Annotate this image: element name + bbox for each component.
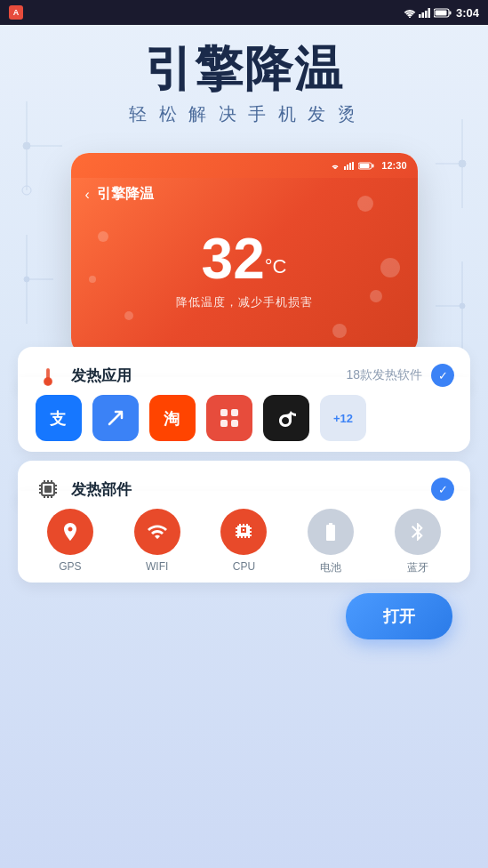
svg-rect-26 <box>360 164 370 168</box>
svg-rect-35 <box>220 420 228 427</box>
heat-apps-check[interactable]: ✓ <box>431 364 454 387</box>
battery-component-icon <box>320 521 341 542</box>
phone-inner-statusbar: 12:30 <box>71 153 418 178</box>
thermometer-icon <box>36 363 60 388</box>
open-btn-area: 打开 <box>18 583 470 657</box>
component-wifi[interactable]: WIFI <box>126 509 188 575</box>
wifi-label: WIFI <box>146 560 168 573</box>
wifi-component-icon <box>147 521 168 542</box>
component-cpu[interactable]: CPU <box>212 509 275 575</box>
hero-subtitle: 轻 松 解 决 手 机 发 烫 <box>18 102 470 126</box>
app-icon-taobao[interactable]: 淘 <box>149 395 196 441</box>
gps-label: GPS <box>59 560 81 573</box>
status-left: A <box>9 5 23 20</box>
temp-unit: °C <box>265 255 287 277</box>
bubble-4 <box>124 311 133 320</box>
app-icon: A <box>9 5 23 20</box>
status-icons <box>404 8 452 18</box>
svg-rect-0 <box>419 14 421 18</box>
svg-rect-6 <box>435 10 446 15</box>
svg-rect-34 <box>231 409 238 416</box>
phone-time: 12:30 <box>381 160 406 171</box>
components-row: GPS WIFI CPU <box>18 491 470 583</box>
battery-icon <box>434 8 452 18</box>
cpu-icon <box>233 521 254 542</box>
component-bluetooth[interactable]: 蓝牙 <box>387 509 449 575</box>
svg-rect-2 <box>425 11 428 18</box>
cpu-label: CPU <box>233 560 255 573</box>
temp-number: 32 <box>202 227 265 291</box>
bubble-5 <box>332 324 347 338</box>
hero-title-main: 引擎降温 <box>18 43 470 95</box>
signal-icon <box>419 8 431 18</box>
svg-rect-22 <box>349 163 351 170</box>
svg-rect-1 <box>421 12 424 18</box>
heat-components-icon-wrap <box>34 475 62 503</box>
bluetooth-icon-circle <box>395 509 441 555</box>
phone-nav: ‹ 引擎降温 <box>85 185 404 204</box>
battery-label: 电池 <box>320 560 341 575</box>
cpu-icon-circle <box>220 509 267 555</box>
phone-card: 12:30 ‹ 引擎降温 <box>71 153 418 356</box>
phone-inner-header: ‹ 引擎降温 32°C 降低温度，减少手机损害 <box>71 178 418 356</box>
svg-rect-29 <box>47 369 50 379</box>
status-bar: A 3:04 <box>0 0 488 25</box>
temperature-display: 32°C <box>85 230 404 287</box>
bluetooth-icon <box>407 521 428 542</box>
app-icon-douyin[interactable] <box>263 395 309 441</box>
back-arrow-icon: ‹ <box>85 187 90 203</box>
component-gps[interactable]: GPS <box>39 509 101 575</box>
svg-text:支: 支 <box>49 410 67 428</box>
heat-components-header-left: 发热部件 <box>34 475 132 503</box>
temp-desc: 降低温度，减少手机损害 <box>85 294 404 310</box>
app-icon-more[interactable]: +12 <box>320 395 366 441</box>
phone-page-title: 引擎降温 <box>97 185 154 204</box>
app-icon-feishu[interactable] <box>92 395 139 441</box>
svg-rect-3 <box>428 8 430 18</box>
wifi-icon <box>404 8 416 18</box>
heat-apps-right: 18款发热软件 ✓ <box>346 364 454 387</box>
heat-apps-subtitle: 18款发热软件 <box>346 367 422 383</box>
svg-rect-36 <box>231 420 238 427</box>
status-time: 3:04 <box>456 6 479 20</box>
component-battery[interactable]: 电池 <box>300 509 362 575</box>
svg-rect-20 <box>344 166 346 170</box>
gps-icon <box>60 521 81 542</box>
app-icon-mini[interactable] <box>206 395 252 441</box>
svg-rect-5 <box>449 11 451 14</box>
heat-apps-icon-wrap <box>34 361 62 390</box>
gps-icon-circle <box>47 509 93 555</box>
svg-rect-23 <box>352 162 354 170</box>
phone-temp-area: 32°C 降低温度，减少手机损害 <box>85 230 404 310</box>
heat-components-title: 发热部件 <box>71 479 132 500</box>
phone-inner-status-icons: 12:30 <box>330 160 406 171</box>
hero-title-section: 引擎降温 轻 松 解 决 手 机 发 烫 <box>0 25 488 135</box>
heat-apps-header-left: 发热应用 <box>34 361 132 390</box>
status-right: 3:04 <box>404 6 479 20</box>
svg-point-30 <box>44 378 52 385</box>
battery-component-icon-circle <box>308 509 354 555</box>
svg-text:淘: 淘 <box>164 410 180 428</box>
svg-rect-38 <box>44 486 52 493</box>
svg-rect-25 <box>372 164 374 167</box>
heat-apps-title: 发热应用 <box>71 366 132 386</box>
svg-rect-21 <box>347 165 348 170</box>
bluetooth-label: 蓝牙 <box>407 560 428 575</box>
open-button[interactable]: 打开 <box>346 593 452 639</box>
svg-rect-33 <box>220 409 228 416</box>
wifi-component-icon-circle <box>134 509 180 555</box>
phone-mockup-container: 12:30 ‹ 引擎降温 <box>0 135 488 356</box>
chip-icon <box>36 477 60 502</box>
content-wrapper: 引擎降温 轻 松 解 决 手 机 发 烫 12:30 <box>0 25 488 657</box>
bottom-cards: 发热应用 18款发热软件 ✓ 支 淘 <box>0 347 488 657</box>
app-icon-alipay[interactable]: 支 <box>36 395 82 441</box>
